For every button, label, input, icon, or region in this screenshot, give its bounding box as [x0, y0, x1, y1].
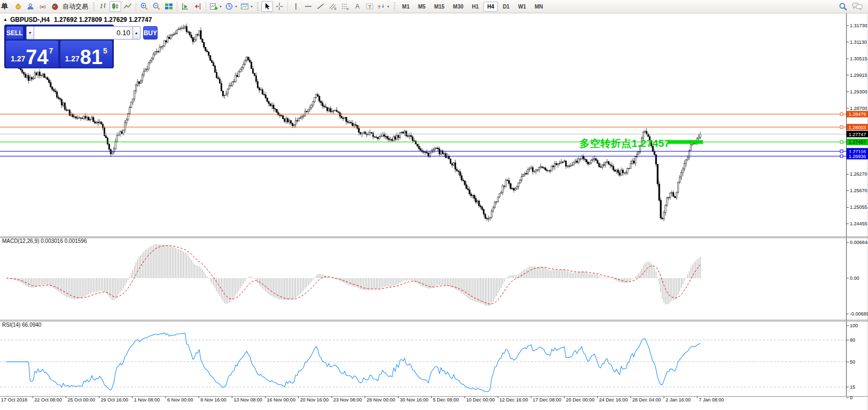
clock-icon — [225, 2, 233, 11]
templates-icon — [240, 2, 249, 11]
trade-panel-top-row: SELL ▼ ▲ BUY — [6, 26, 112, 40]
svg-text:5 Dec 08:00: 5 Dec 08:00 — [433, 397, 459, 403]
level-line-1.27457[interactable]: 1.27457 — [0, 139, 868, 145]
svg-text:1.26936: 1.26936 — [849, 154, 866, 159]
profile-icon — [26, 2, 35, 11]
periods-icon[interactable]: ▼ — [224, 1, 239, 12]
auto-scroll-icon — [181, 2, 190, 11]
horizontal-line-icon[interactable] — [302, 1, 314, 12]
crosshair-icon — [275, 2, 284, 11]
volume-increase-button[interactable]: ▲ — [132, 26, 140, 40]
indicators-icon[interactable]: ▼ — [208, 1, 223, 12]
time-axis[interactable]: 17 Oct 201822 Oct 08:0025 Oct 00:0029 Oc… — [1, 396, 724, 403]
pivot-annotation-bar[interactable] — [668, 140, 703, 144]
toolbar-separator — [136, 2, 136, 11]
cursor-icon[interactable] — [261, 1, 273, 12]
svg-text:-0.00689: -0.00689 — [850, 311, 868, 317]
line-chart-icon[interactable] — [122, 1, 134, 12]
trendline-icon — [316, 2, 325, 11]
svg-text:A: A — [355, 3, 359, 10]
signal-icon[interactable] — [37, 1, 49, 12]
zoom-out-icon[interactable] — [151, 1, 162, 12]
trendline-icon[interactable] — [315, 1, 326, 12]
new-order-button[interactable]: 单 — [0, 1, 12, 12]
fibonacci-icon: F — [341, 2, 349, 11]
candlestick-chart-icon[interactable] — [110, 1, 121, 12]
zoom-in-icon — [140, 2, 148, 11]
equidistant-channel-icon[interactable]: E — [327, 1, 339, 12]
text-label-icon: T — [365, 2, 374, 11]
profile-icon[interactable] — [25, 1, 36, 12]
text-label-icon[interactable]: T — [364, 1, 376, 12]
macd-histogram — [6, 244, 700, 306]
text-icon: A — [353, 2, 362, 11]
timeframe-D1[interactable]: D1 — [499, 2, 513, 12]
chat-icon[interactable] — [852, 2, 863, 11]
timeframe-MN[interactable]: MN — [531, 2, 547, 12]
level-line-1.28003[interactable]: 1.28003 — [0, 124, 868, 130]
svg-text:30 Nov 16:00: 30 Nov 16:00 — [400, 397, 428, 403]
chart-canvas[interactable]: 1.284791.280031.277471.274571.271161.269… — [0, 0, 868, 410]
wallet-icon[interactable] — [12, 1, 24, 12]
svg-text:1.28479: 1.28479 — [849, 112, 866, 117]
chevron-down-icon: ▼ — [234, 5, 238, 8]
svg-text:1.30515: 1.30515 — [850, 56, 867, 61]
zoom-in-icon[interactable] — [138, 1, 150, 12]
svg-text:24 Dec 16:00: 24 Dec 16:00 — [599, 397, 628, 403]
timeframe-M30[interactable]: M30 — [449, 2, 467, 12]
pivot-annotation-text[interactable]: 多空转折点1.27457 — [580, 137, 670, 151]
crosshair-icon[interactable] — [273, 1, 285, 12]
arrows-icon[interactable]: ▼ — [376, 1, 391, 12]
macd-axis: 0.0068440.00-0.00689 — [846, 240, 868, 317]
chart-frame — [0, 13, 868, 410]
tile-windows-icon[interactable] — [163, 1, 175, 12]
timeframe-H1[interactable]: H1 — [468, 2, 483, 12]
search-icon[interactable] — [839, 2, 848, 11]
svg-text:15: 15 — [850, 384, 855, 390]
svg-text:1 Nov 08:00: 1 Nov 08:00 — [134, 397, 160, 403]
svg-text:0.006844: 0.006844 — [850, 240, 868, 245]
level-line-1.26936[interactable]: 1.26936 — [0, 153, 868, 159]
templates-icon[interactable]: ▼ — [239, 1, 254, 12]
text-icon[interactable]: A — [351, 1, 363, 12]
vertical-line-icon[interactable] — [290, 1, 302, 12]
timeframe-M15[interactable]: M15 — [431, 2, 448, 12]
sell-price[interactable]: 1.27747 — [6, 41, 58, 68]
svg-text:13 Nov 08:00: 13 Nov 08:00 — [233, 397, 262, 403]
svg-text:20 Dec 00:00: 20 Dec 00:00 — [566, 397, 595, 403]
equidistant-channel-icon: E — [329, 2, 337, 11]
bar-chart-icon — [99, 2, 107, 11]
tile-windows-icon — [165, 2, 173, 11]
volume-decrease-button[interactable]: ▼ — [26, 26, 34, 40]
autotrade-icon[interactable] — [49, 1, 61, 12]
timeframe-H4[interactable]: H4 — [483, 2, 498, 12]
buy-button[interactable]: BUY — [143, 26, 158, 40]
volume-input[interactable] — [34, 26, 132, 40]
line-chart-icon — [123, 2, 132, 11]
auto-scroll-icon[interactable] — [179, 1, 191, 12]
zoom-out-icon — [152, 2, 161, 11]
collapse-arrow-icon[interactable]: ▲ — [3, 17, 7, 22]
timeframe-group: M1M5M15M30H1H4D1W1MN — [398, 2, 548, 12]
bar-chart-icon[interactable] — [97, 1, 109, 12]
autotrade-label: 自动交易 — [62, 2, 88, 11]
sell-button[interactable]: SELL — [6, 26, 24, 40]
svg-text:1.26270: 1.26270 — [850, 171, 867, 177]
toolbar-grip — [394, 2, 395, 11]
svg-text:1.29300: 1.29300 — [850, 89, 867, 94]
chart-shift-icon[interactable] — [192, 1, 204, 12]
symbol-period: GBPUSD-,H4 — [10, 16, 50, 23]
svg-text:E: E — [334, 7, 337, 10]
level-line-1.27747[interactable]: 1.27747 — [0, 131, 868, 137]
candlestick-chart-icon — [111, 2, 120, 11]
fibonacci-icon[interactable]: F — [339, 1, 351, 12]
timeframe-W1[interactable]: W1 — [514, 2, 530, 12]
timeframe-M1[interactable]: M1 — [398, 2, 413, 12]
svg-text:T: T — [368, 4, 371, 10]
svg-text:1.29915: 1.29915 — [850, 73, 867, 78]
buy-price[interactable]: 1.27815 — [60, 41, 113, 68]
svg-text:7 Jan 08:00: 7 Jan 08:00 — [699, 397, 724, 403]
svg-text:1.27457: 1.27457 — [849, 139, 866, 145]
timeframe-M5[interactable]: M5 — [415, 2, 429, 12]
toolbar-grip — [93, 2, 95, 11]
